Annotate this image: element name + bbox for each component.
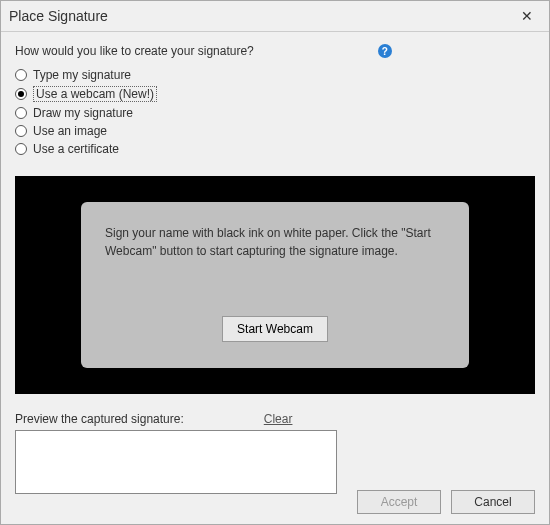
dialog-footer: Accept Cancel [357, 490, 535, 514]
option-label: Use a certificate [33, 142, 119, 156]
option-label: Use a webcam (New!) [33, 86, 157, 102]
clear-link[interactable]: Clear [264, 412, 293, 426]
webcam-instructions: Sign your name with black ink on white p… [105, 224, 445, 260]
radio-icon [15, 125, 27, 137]
option-use-certificate[interactable]: Use a certificate [15, 140, 535, 158]
option-type-signature[interactable]: Type my signature [15, 66, 535, 84]
radio-icon [15, 88, 27, 100]
help-icon[interactable]: ? [378, 44, 392, 58]
option-use-webcam[interactable]: Use a webcam (New!) [15, 84, 535, 104]
webcam-panel: Sign your name with black ink on white p… [81, 202, 469, 368]
preview-caption: Preview the captured signature: [15, 412, 184, 426]
radio-icon [15, 107, 27, 119]
option-draw-signature[interactable]: Draw my signature [15, 104, 535, 122]
cancel-button[interactable]: Cancel [451, 490, 535, 514]
window-title: Place Signature [9, 8, 108, 24]
accept-button[interactable]: Accept [357, 490, 441, 514]
preview-caption-row: Preview the captured signature: Clear [15, 412, 535, 426]
signature-question: How would you like to create your signat… [15, 44, 254, 58]
option-label: Draw my signature [33, 106, 133, 120]
question-row: How would you like to create your signat… [15, 44, 535, 58]
option-label: Use an image [33, 124, 107, 138]
webcam-capture-area: Sign your name with black ink on white p… [15, 176, 535, 394]
signature-preview-box [15, 430, 337, 494]
start-webcam-button[interactable]: Start Webcam [222, 316, 328, 342]
option-use-image[interactable]: Use an image [15, 122, 535, 140]
webcam-button-row: Start Webcam [105, 316, 445, 342]
signature-method-group: Type my signature Use a webcam (New!) Dr… [15, 66, 535, 158]
option-label: Type my signature [33, 68, 131, 82]
close-icon[interactable]: ✕ [515, 7, 539, 25]
radio-icon [15, 69, 27, 81]
titlebar: Place Signature ✕ [1, 1, 549, 32]
dialog-content: How would you like to create your signat… [1, 32, 549, 494]
radio-icon [15, 143, 27, 155]
